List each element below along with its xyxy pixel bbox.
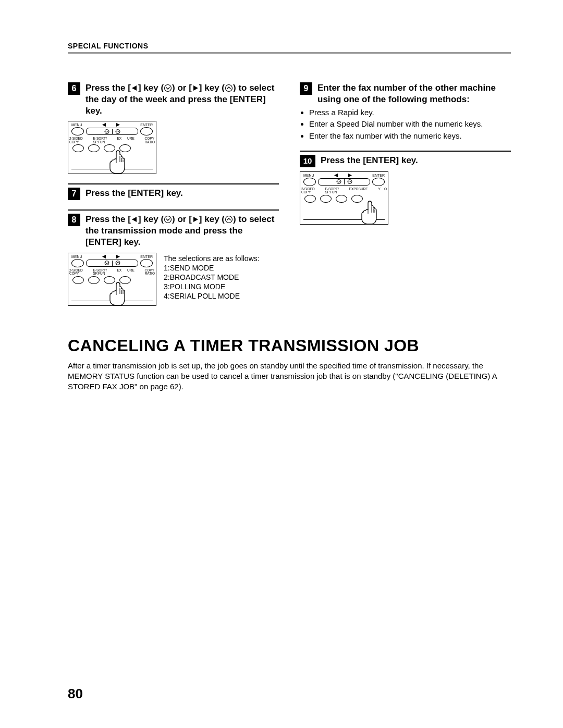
- t: ) or [: [172, 83, 192, 93]
- step-10: 10 Press the [ENTER] key. MENU ENTER 2-: [300, 151, 511, 225]
- svg-point-18: [105, 261, 109, 265]
- step-number-badge: 6: [68, 82, 80, 95]
- bullet: Press a Rapid key.: [309, 107, 511, 118]
- step-8: 8 Press the [] key () or [] key () to se…: [68, 209, 279, 305]
- step-number-badge: 9: [300, 82, 312, 95]
- up-chevron-circle-icon: [225, 215, 233, 224]
- svg-marker-4: [102, 123, 106, 127]
- svg-marker-25: [348, 174, 352, 177]
- left-triangle-icon: [131, 216, 138, 223]
- svg-point-13: [165, 216, 172, 223]
- canceling-heading: CANCELING A TIMER TRANSMISSION JOB: [68, 336, 511, 355]
- left-column: 6 Press the [] key () or [] key () to se…: [68, 82, 279, 315]
- step-number-badge: 10: [300, 155, 315, 167]
- svg-marker-14: [193, 217, 198, 222]
- svg-point-1: [165, 84, 172, 91]
- up-chevron-circle-icon: [225, 84, 233, 92]
- mode-list-caption: The selections are as follows:1:SEND MOD…: [164, 253, 260, 301]
- page-number: 80: [68, 686, 83, 702]
- step-6: 6 Press the [] key () or [] key () to se…: [68, 82, 279, 174]
- down-chevron-circle-icon: [164, 84, 172, 92]
- t: ] key (: [138, 214, 164, 224]
- step-number-badge: 7: [68, 188, 80, 200]
- step-9: 9 Enter the fax number of the other mach…: [300, 82, 511, 141]
- right-triangle-icon: [192, 216, 199, 223]
- step-title: Press the [] key () or [] key () to sele…: [85, 214, 279, 248]
- t: ] key (: [199, 214, 225, 224]
- panel-illustration: MENU ENTER 2-SIDED COPY E-SORT/ SP.FUN E…: [300, 171, 511, 225]
- svg-marker-24: [334, 174, 338, 177]
- svg-point-7: [116, 129, 120, 133]
- svg-marker-12: [132, 217, 137, 222]
- svg-marker-2: [193, 85, 198, 91]
- svg-point-19: [116, 261, 120, 265]
- right-triangle-icon: [192, 85, 199, 91]
- svg-marker-16: [102, 255, 106, 258]
- panel-illustration: MENU ENTER 2-SIDED COPY E-SORT/ SP.FUN E…: [68, 121, 279, 174]
- step-number-badge: 8: [68, 214, 80, 226]
- section-header: SPECIAL FUNCTIONS: [68, 42, 511, 54]
- t: Press the [: [85, 214, 131, 224]
- step-title: Press the [ENTER] key.: [85, 188, 183, 199]
- step-title: Press the [] key () or [] key () to sele…: [85, 82, 279, 117]
- svg-point-6: [105, 129, 109, 133]
- panel-with-caption: MENU ENTER 2-SIDED COPY E-SORT/ SP.FUN E…: [68, 253, 279, 306]
- bullet: Enter a Speed Dial number with the numer…: [309, 119, 511, 129]
- left-triangle-icon: [131, 85, 138, 91]
- step-title: Enter the fax number of the other machin…: [317, 82, 511, 105]
- step-7: 7 Press the [ENTER] key.: [68, 183, 279, 200]
- svg-marker-5: [116, 123, 120, 127]
- svg-marker-0: [132, 85, 137, 91]
- svg-point-15: [226, 216, 232, 223]
- t: ] key (: [138, 83, 164, 93]
- right-column: 9 Enter the fax number of the other mach…: [300, 82, 511, 315]
- panel-illustration: MENU ENTER 2-SIDED COPY E-SORT/ SP.FUN E…: [68, 253, 156, 306]
- svg-point-27: [348, 180, 352, 184]
- down-chevron-circle-icon: [164, 215, 172, 224]
- svg-point-3: [226, 84, 232, 91]
- svg-point-26: [337, 180, 341, 184]
- t: Press the [: [85, 83, 131, 93]
- method-bullets: Press a Rapid key. Enter a Speed Dial nu…: [300, 107, 511, 141]
- two-column-layout: 6 Press the [] key () or [] key () to se…: [68, 82, 511, 315]
- step-title: Press the [ENTER] key.: [321, 155, 418, 166]
- t: ] key (: [199, 83, 225, 93]
- canceling-paragraph: After a timer transmission job is set up…: [68, 361, 511, 392]
- t: ) or [: [172, 214, 192, 224]
- bullet: Enter the fax number with the numeric ke…: [309, 131, 511, 141]
- svg-marker-17: [116, 255, 120, 258]
